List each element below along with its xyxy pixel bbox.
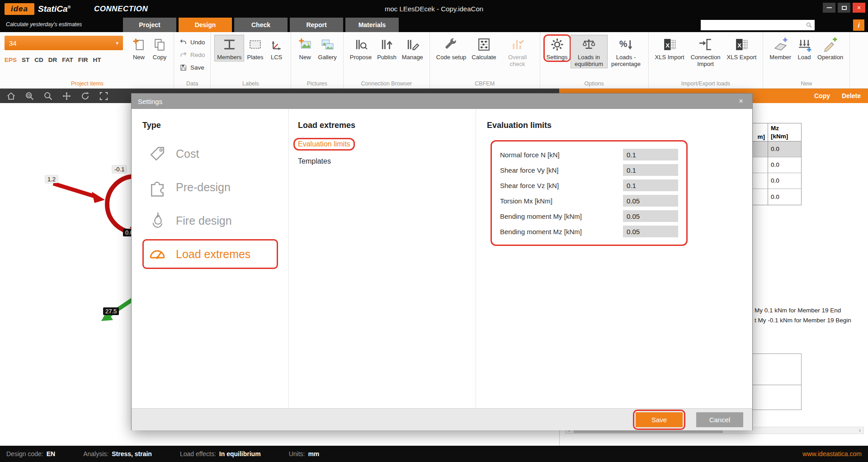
ribbon-button-plates[interactable]: Plates [244,35,266,61]
status-units: Units:mm [289,450,320,457]
gauge-icon [147,244,168,264]
rotate-icon[interactable] [80,91,90,101]
ribbon-group-label: Options [540,80,648,87]
close-button[interactable]: × [853,3,865,13]
dialog-close-icon[interactable]: × [736,97,746,106]
tab-materials[interactable]: Materials [345,18,399,32]
type-item-load-extremes[interactable]: Load extremes [142,240,278,268]
filter-dr[interactable]: DR [48,57,57,63]
loads-percentage-icon: % [618,37,633,52]
ribbon-button-undo[interactable]: Undo [178,37,207,48]
copy-button[interactable]: Copy [814,92,830,99]
ribbon-button-new[interactable]: New [295,35,316,61]
svg-text:%: % [619,39,627,49]
ribbon-button-loads-percentage[interactable]: %Loads - percentage [608,35,645,68]
ribbon-button-copy[interactable]: Copy [149,35,170,61]
ribbon-button-calculate[interactable]: Calculate [469,35,499,61]
ribbon-button-lcs[interactable]: LCS [266,35,287,61]
evaluation-limits-group: Normal force N [kN]Shear force Vy [kN]Sh… [491,140,688,246]
tab-project[interactable]: Project [123,18,176,32]
column-header-mz: Mz[kNm] [768,123,801,141]
tab-check[interactable]: Check [234,18,288,32]
ribbon-button-propose[interactable]: Propose [347,35,374,61]
force-arrow-red [53,184,105,203]
ribbon-group-label: Import/Export loads [649,80,763,87]
project-items-block: 34 ▾ EPSSTCDDRFATFIRHT [5,35,123,63]
titlebar: idea StatiCa® CONNECTION moc LEesDEcek -… [0,0,868,32]
type-item-fire-design[interactable]: Fire design [142,207,278,234]
type-item-pre-design[interactable]: Pre-design [142,174,278,201]
ribbon-button-code-setup[interactable]: Code setup [434,35,469,61]
ribbon-button-xls-export[interactable]: XXLS Export [724,35,760,61]
ribbon-button-new[interactable]: New [128,35,149,61]
filter-fat[interactable]: FAT [62,57,73,63]
ribbon-group-pictures: NewGalleryPictures [291,32,344,88]
ribbon-button-save[interactable]: Save [178,62,206,73]
minimize-button[interactable] [823,3,835,13]
filter-st[interactable]: ST [22,57,29,63]
evaluation-limits-section: Evaluation limits Normal force N [kN]She… [476,109,752,408]
type-header: Type [142,121,278,130]
limit-input[interactable] [623,149,678,160]
limit-input[interactable] [623,164,678,176]
ribbon-button-connection-import[interactable]: Connection Import [687,35,724,68]
xls-export-icon: X [734,37,749,52]
ribbon-button-manage[interactable]: Manage [399,35,426,61]
save-button[interactable]: Save [636,412,683,427]
app-window: idea StatiCa® CONNECTION moc LEesDEcek -… [0,0,868,462]
home-icon[interactable] [6,91,16,101]
member-icon [773,37,788,52]
filter-eps[interactable]: EPS [5,57,17,63]
dialog-titlebar[interactable]: Settings × [132,94,752,109]
ribbon-button-settings[interactable]: Settings [544,35,571,61]
search-input[interactable] [701,22,806,28]
limit-input[interactable] [623,195,678,207]
type-item-cost[interactable]: Cost [142,140,278,167]
project-item-filters: EPSSTCDDRFATFIRHT [5,57,123,63]
cancel-button[interactable]: Cancel [696,412,743,427]
website-link[interactable]: www.ideastatica.com [802,450,862,457]
ribbon-button-operation[interactable]: Operation [815,35,846,61]
limit-input[interactable] [623,179,678,191]
ribbon-button-loads-in-equilibrium[interactable]: Loads in equilibrium [571,35,608,68]
ribbon-button-overall-check: Overall check [499,35,536,68]
limit-input[interactable] [623,210,678,222]
search-icon [806,22,815,28]
window-controls: × [823,3,865,13]
filter-cd[interactable]: CD [34,57,43,63]
fit-icon[interactable] [99,91,108,101]
ribbon-button-gallery[interactable]: Gallery [316,35,340,61]
filter-ht[interactable]: HT [93,57,101,63]
subsection-item-templates[interactable]: Templates [298,157,331,165]
maximize-button[interactable] [838,3,850,13]
ribbon-button-xls-import[interactable]: XXLS Import [652,35,687,61]
calculate-icon [476,37,491,52]
search-box[interactable] [701,20,815,30]
scroll-right-icon[interactable]: › [856,427,863,434]
limit-row: Shear force Vy [kN] [500,162,678,178]
filter-fir[interactable]: FIR [78,57,88,63]
zoom-icon[interactable] [43,91,53,101]
load-value-label: -0.1 [112,165,127,173]
load-value-label: 1.2 [45,175,58,183]
pan-icon[interactable] [62,91,71,101]
ribbon-group-connection-browser: ProposePublishManageConnection Browser [344,32,430,88]
ribbon-button-member[interactable]: Member [767,35,794,61]
ribbon-button-load[interactable]: Load [794,35,815,61]
limit-row: Bending moment My [kNm] [500,208,678,224]
limit-input[interactable] [623,226,678,237]
ribbon-button-publish[interactable]: Publish [374,35,399,61]
zoom-window-icon[interactable] [25,91,34,101]
info-button[interactable]: i [853,19,864,31]
new-picture-icon [297,37,312,52]
subsection-item-evaluation-limits[interactable]: Evaluation limits [298,140,350,148]
project-item-selector[interactable]: 34 ▾ [5,36,123,50]
tab-design[interactable]: Design [179,18,232,32]
ribbon-button-members[interactable]: Members [214,35,244,61]
limit-row: Bending moment Mz [kNm] [500,224,678,239]
delete-button[interactable]: Delete [842,92,861,99]
ribbon-group-label: Labels [211,80,290,87]
ribbon-group-labels: MembersPlatesLCSLabels [211,32,291,88]
tab-report[interactable]: Report [290,18,343,32]
limit-row: Normal force N [kN] [500,147,678,162]
